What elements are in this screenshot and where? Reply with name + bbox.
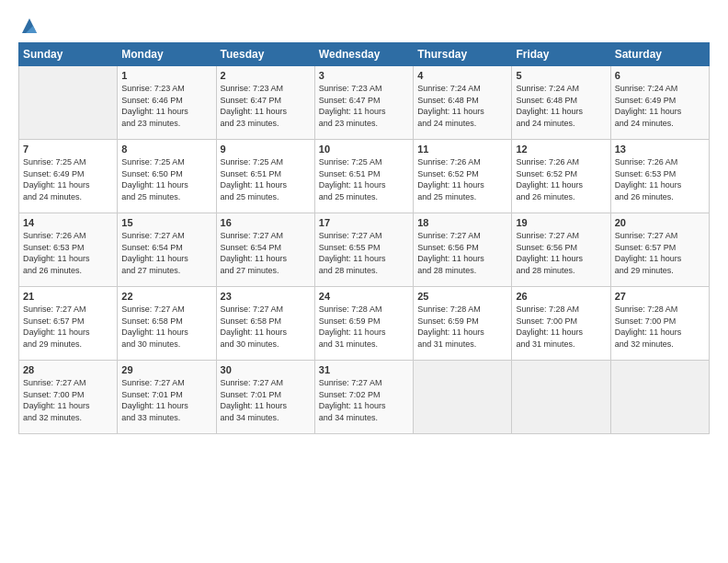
day-number: 20 [615, 217, 705, 228]
day-number: 8 [121, 144, 211, 155]
day-number: 18 [417, 217, 507, 228]
calendar-cell: 27Sunrise: 7:28 AM Sunset: 7:00 PM Dayli… [610, 287, 709, 361]
calendar-cell: 13Sunrise: 7:26 AM Sunset: 6:53 PM Dayli… [610, 140, 709, 213]
calendar-cell: 9Sunrise: 7:25 AM Sunset: 6:51 PM Daylig… [216, 140, 314, 213]
day-number: 17 [319, 217, 409, 228]
header-day-saturday: Saturday [610, 43, 709, 66]
header [18, 17, 710, 31]
day-info: Sunrise: 7:27 AM Sunset: 6:58 PM Dayligh… [221, 304, 311, 350]
calendar-cell: 31Sunrise: 7:27 AM Sunset: 7:02 PM Dayli… [314, 361, 413, 434]
calendar-cell: 18Sunrise: 7:27 AM Sunset: 6:56 PM Dayli… [414, 213, 512, 287]
day-info: Sunrise: 7:27 AM Sunset: 6:56 PM Dayligh… [516, 230, 606, 276]
page: SundayMondayTuesdayWednesdayThursdayFrid… [0, 0, 728, 445]
day-number: 27 [615, 291, 705, 302]
day-info: Sunrise: 7:27 AM Sunset: 6:57 PM Dayligh… [23, 304, 113, 350]
day-number: 24 [319, 291, 409, 302]
calendar-cell: 24Sunrise: 7:28 AM Sunset: 6:59 PM Dayli… [314, 287, 413, 361]
day-number: 6 [615, 70, 705, 81]
day-number: 2 [221, 70, 311, 81]
day-number: 15 [121, 217, 211, 228]
calendar-cell: 28Sunrise: 7:27 AM Sunset: 7:00 PM Dayli… [19, 361, 118, 434]
calendar-cell: 11Sunrise: 7:26 AM Sunset: 6:52 PM Dayli… [414, 140, 512, 213]
calendar-cell: 23Sunrise: 7:27 AM Sunset: 6:58 PM Dayli… [216, 287, 314, 361]
day-info: Sunrise: 7:27 AM Sunset: 6:56 PM Dayligh… [417, 230, 507, 276]
calendar-header: SundayMondayTuesdayWednesdayThursdayFrid… [19, 43, 710, 66]
calendar-cell: 25Sunrise: 7:28 AM Sunset: 6:59 PM Dayli… [414, 287, 512, 361]
day-info: Sunrise: 7:23 AM Sunset: 6:47 PM Dayligh… [319, 83, 409, 129]
day-info: Sunrise: 7:26 AM Sunset: 6:52 PM Dayligh… [516, 156, 606, 202]
day-info: Sunrise: 7:26 AM Sunset: 6:53 PM Dayligh… [615, 156, 705, 202]
calendar-cell: 26Sunrise: 7:28 AM Sunset: 7:00 PM Dayli… [512, 287, 610, 361]
day-info: Sunrise: 7:27 AM Sunset: 7:00 PM Dayligh… [23, 377, 113, 423]
calendar-cell: 6Sunrise: 7:24 AM Sunset: 6:49 PM Daylig… [610, 66, 709, 140]
day-info: Sunrise: 7:27 AM Sunset: 7:01 PM Dayligh… [221, 377, 311, 423]
calendar-cell: 12Sunrise: 7:26 AM Sunset: 6:52 PM Dayli… [512, 140, 610, 213]
day-info: Sunrise: 7:28 AM Sunset: 7:00 PM Dayligh… [516, 304, 606, 350]
day-info: Sunrise: 7:23 AM Sunset: 6:47 PM Dayligh… [221, 83, 311, 129]
day-info: Sunrise: 7:24 AM Sunset: 6:48 PM Dayligh… [417, 83, 507, 129]
calendar-cell: 1Sunrise: 7:23 AM Sunset: 6:46 PM Daylig… [118, 66, 216, 140]
header-day-friday: Friday [512, 43, 610, 66]
header-day-tuesday: Tuesday [216, 43, 314, 66]
header-day-sunday: Sunday [19, 43, 118, 66]
day-info: Sunrise: 7:25 AM Sunset: 6:51 PM Dayligh… [319, 156, 409, 202]
day-number: 10 [319, 144, 409, 155]
day-info: Sunrise: 7:28 AM Sunset: 6:59 PM Dayligh… [319, 304, 409, 350]
day-info: Sunrise: 7:25 AM Sunset: 6:51 PM Dayligh… [221, 156, 311, 202]
day-number: 28 [23, 364, 113, 375]
day-info: Sunrise: 7:27 AM Sunset: 6:55 PM Dayligh… [319, 230, 409, 276]
day-number: 26 [516, 291, 606, 302]
calendar-cell: 15Sunrise: 7:27 AM Sunset: 6:54 PM Dayli… [118, 213, 216, 287]
week-row-1: 7Sunrise: 7:25 AM Sunset: 6:49 PM Daylig… [19, 140, 710, 213]
calendar-cell: 10Sunrise: 7:25 AM Sunset: 6:51 PM Dayli… [314, 140, 413, 213]
logo-icon [20, 17, 39, 35]
week-row-3: 21Sunrise: 7:27 AM Sunset: 6:57 PM Dayli… [19, 287, 710, 361]
day-info: Sunrise: 7:23 AM Sunset: 6:46 PM Dayligh… [121, 83, 211, 129]
day-number: 23 [221, 291, 311, 302]
day-number: 21 [23, 291, 113, 302]
day-info: Sunrise: 7:27 AM Sunset: 6:54 PM Dayligh… [121, 230, 211, 276]
header-row: SundayMondayTuesdayWednesdayThursdayFrid… [19, 43, 710, 66]
calendar-cell: 19Sunrise: 7:27 AM Sunset: 6:56 PM Dayli… [512, 213, 610, 287]
calendar-cell: 16Sunrise: 7:27 AM Sunset: 6:54 PM Dayli… [216, 213, 314, 287]
day-info: Sunrise: 7:25 AM Sunset: 6:50 PM Dayligh… [121, 156, 211, 202]
week-row-4: 28Sunrise: 7:27 AM Sunset: 7:00 PM Dayli… [19, 361, 710, 434]
day-info: Sunrise: 7:24 AM Sunset: 6:48 PM Dayligh… [516, 83, 606, 129]
calendar-cell: 30Sunrise: 7:27 AM Sunset: 7:01 PM Dayli… [216, 361, 314, 434]
day-number: 13 [615, 144, 705, 155]
day-number: 16 [221, 217, 311, 228]
calendar-cell: 29Sunrise: 7:27 AM Sunset: 7:01 PM Dayli… [118, 361, 216, 434]
calendar-cell: 8Sunrise: 7:25 AM Sunset: 6:50 PM Daylig… [118, 140, 216, 213]
calendar-cell [610, 361, 709, 434]
day-number: 19 [516, 217, 606, 228]
day-number: 3 [319, 70, 409, 81]
day-number: 9 [221, 144, 311, 155]
calendar-cell: 21Sunrise: 7:27 AM Sunset: 6:57 PM Dayli… [19, 287, 118, 361]
day-number: 30 [221, 364, 311, 375]
calendar-cell: 5Sunrise: 7:24 AM Sunset: 6:48 PM Daylig… [512, 66, 610, 140]
calendar-cell [414, 361, 512, 434]
header-day-monday: Monday [118, 43, 216, 66]
day-info: Sunrise: 7:26 AM Sunset: 6:52 PM Dayligh… [417, 156, 507, 202]
header-day-wednesday: Wednesday [314, 43, 413, 66]
calendar-cell [19, 66, 118, 140]
week-row-0: 1Sunrise: 7:23 AM Sunset: 6:46 PM Daylig… [19, 66, 710, 140]
day-number: 11 [417, 144, 507, 155]
week-row-2: 14Sunrise: 7:26 AM Sunset: 6:53 PM Dayli… [19, 213, 710, 287]
day-info: Sunrise: 7:27 AM Sunset: 7:01 PM Dayligh… [121, 377, 211, 423]
calendar-cell: 7Sunrise: 7:25 AM Sunset: 6:49 PM Daylig… [19, 140, 118, 213]
day-number: 22 [121, 291, 211, 302]
day-info: Sunrise: 7:28 AM Sunset: 7:00 PM Dayligh… [615, 304, 705, 350]
day-info: Sunrise: 7:26 AM Sunset: 6:53 PM Dayligh… [23, 230, 113, 276]
day-info: Sunrise: 7:27 AM Sunset: 6:54 PM Dayligh… [221, 230, 311, 276]
calendar-body: 1Sunrise: 7:23 AM Sunset: 6:46 PM Daylig… [19, 66, 710, 434]
day-info: Sunrise: 7:25 AM Sunset: 6:49 PM Dayligh… [23, 156, 113, 202]
day-info: Sunrise: 7:27 AM Sunset: 6:57 PM Dayligh… [615, 230, 705, 276]
calendar-cell: 20Sunrise: 7:27 AM Sunset: 6:57 PM Dayli… [610, 213, 709, 287]
day-number: 4 [417, 70, 507, 81]
calendar-cell: 3Sunrise: 7:23 AM Sunset: 6:47 PM Daylig… [314, 66, 413, 140]
header-day-thursday: Thursday [414, 43, 512, 66]
logo-text [18, 17, 39, 31]
calendar-cell: 17Sunrise: 7:27 AM Sunset: 6:55 PM Dayli… [314, 213, 413, 287]
calendar-cell: 2Sunrise: 7:23 AM Sunset: 6:47 PM Daylig… [216, 66, 314, 140]
